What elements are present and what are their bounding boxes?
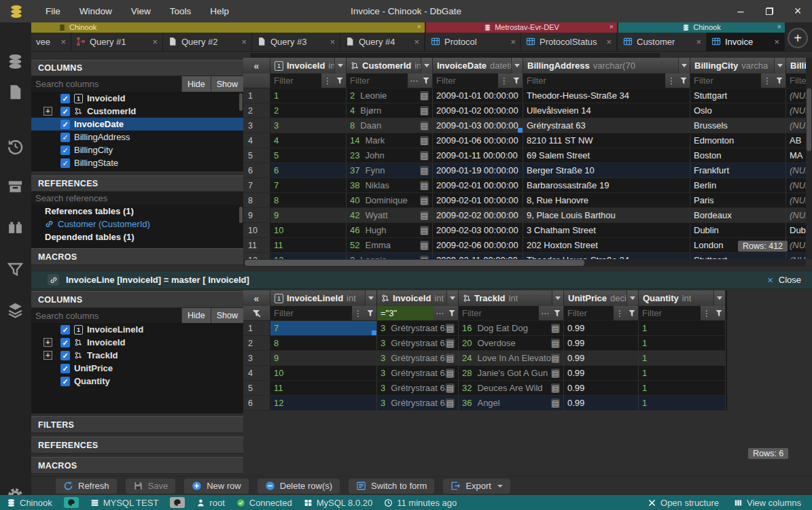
expander-icon[interactable]: + [43, 338, 52, 347]
cell-CustomerId[interactable]: 2Leonie▤ [347, 88, 433, 103]
filter-menu-icon[interactable]: ⋮ [498, 73, 510, 88]
panel-header-macros[interactable]: MACROS [31, 248, 243, 265]
column-header-TrackId[interactable]: TrackIdint [459, 290, 564, 306]
cell-InvoiceLineId[interactable]: 9 [270, 351, 377, 366]
cell-Quantity[interactable]: 1 [639, 321, 726, 336]
filter-funnel-icon[interactable] [420, 73, 432, 88]
cell-InvoiceId[interactable]: 3 [270, 118, 347, 133]
cell-CustomerId[interactable]: 8Daan▤ [347, 118, 433, 133]
document-preview-icon[interactable]: ▤ [446, 339, 455, 348]
row-number[interactable]: 6 [243, 396, 270, 411]
row-number[interactable]: 4 [243, 133, 270, 148]
close-tab-icon[interactable]: × [414, 37, 419, 47]
column-item-billingaddress[interactable]: ✓BillingAddress [31, 131, 243, 143]
tab-group-header[interactable]: Metrostav-Evr-DEV× [426, 22, 617, 33]
filter-input-InvoiceId[interactable] [377, 306, 434, 320]
column-menu-chevron-icon[interactable] [552, 290, 563, 306]
cell-InvoiceLineId[interactable]: 8 [270, 336, 377, 351]
cell-InvoiceDate[interactable]: 2009-02-11 00:00:00 [433, 253, 523, 259]
tab-scrollbar[interactable] [250, 53, 660, 58]
filter-input-InvoiceLineId[interactable] [270, 306, 352, 320]
cell-InvoiceId[interactable]: 2 [270, 103, 347, 118]
filter-input-InvoiceDate[interactable] [433, 73, 498, 88]
show-button[interactable]: Show [211, 308, 243, 323]
checkbox-checked[interactable]: ✓ [60, 377, 70, 386]
cell-CustomerId[interactable]: 40Dominique▤ [347, 193, 433, 208]
cell-BillingAddress[interactable]: Ullevålsveien 14 [523, 103, 690, 118]
cell-InvoiceDate[interactable]: 2009-01-03 00:00:00 [433, 118, 523, 133]
close-reference-button[interactable]: ×Close [768, 275, 801, 286]
new-tab-button[interactable]: + [788, 28, 808, 48]
save-button[interactable]: Save [126, 479, 176, 494]
cell-CustomerId[interactable]: 52Emma▤ [347, 238, 433, 253]
menu-view[interactable]: View [122, 0, 160, 22]
column-header-UnitPrice[interactable]: UnitPricedecim [564, 290, 639, 306]
checkbox-checked[interactable]: ✓ [60, 351, 70, 360]
cell-TrackId[interactable]: 20Overdose▤ [459, 336, 564, 351]
tab-vee[interactable]: vee× [31, 33, 71, 51]
cell-CustomerId[interactable]: 14Mark▤ [347, 133, 433, 148]
connected-status-item[interactable]: Connected [236, 498, 292, 508]
cell-BillingAddress[interactable]: 69 Salem Street [523, 148, 690, 163]
row-number[interactable]: 3 [243, 351, 270, 366]
column-item-invoicedate[interactable]: ✓InvoiceDate [31, 118, 243, 131]
close-tab-icon[interactable]: × [152, 37, 158, 47]
cell-InvoiceLineId[interactable]: 7 [270, 321, 377, 336]
minimize-icon[interactable]: – [726, 0, 755, 22]
cell-InvoiceDate[interactable]: 2009-02-06 00:00:00 [433, 238, 523, 253]
reference-link-customer[interactable]: Customer (CustomerId) [31, 218, 243, 231]
search-columns-input[interactable] [31, 308, 181, 323]
document-preview-icon[interactable]: ▤ [551, 354, 560, 363]
column-menu-chevron-icon[interactable] [511, 58, 523, 73]
document-preview-icon[interactable]: ▤ [446, 324, 455, 333]
cell-CustomerId[interactable]: 37Fynn▤ [347, 163, 433, 178]
checkbox-checked[interactable]: ✓ [60, 325, 70, 335]
filter-funnel-icon[interactable] [364, 306, 376, 320]
row-number[interactable]: 9 [243, 208, 270, 223]
switch-to-form-button[interactable]: Switch to form [349, 479, 434, 494]
cell-InvoiceId[interactable]: 1 [270, 88, 347, 103]
sidebar-plugins-icon[interactable] [7, 219, 24, 236]
checkbox-checked[interactable]: ✓ [60, 94, 70, 103]
sidebar-layers-icon[interactable] [7, 301, 24, 318]
close-group-icon[interactable]: × [417, 22, 421, 31]
cell-BillingAddress[interactable]: 9, Place Louis Barthou [523, 208, 690, 223]
document-preview-icon[interactable]: ▤ [420, 241, 429, 250]
filter-input-Quantity[interactable] [639, 306, 701, 320]
row-number[interactable]: 2 [243, 336, 270, 351]
document-preview-icon[interactable]: ▤ [551, 339, 560, 348]
connection-color-swatch[interactable] [170, 497, 185, 508]
cell-CustomerId[interactable]: 46Hugh▤ [347, 223, 433, 238]
close-tab-icon[interactable]: × [774, 37, 779, 47]
cell-Quantity[interactable]: 1 [639, 396, 726, 411]
cell-BillingAddress[interactable]: 3 Chatham Street [523, 223, 690, 238]
document-preview-icon[interactable]: ▤ [420, 166, 429, 175]
checkbox-checked[interactable]: ✓ [60, 158, 70, 168]
panel-header-filters[interactable]: FILTERS [31, 416, 243, 433]
cell-BillingState[interactable]: MA [786, 148, 806, 163]
row-number[interactable]: 5 [243, 381, 270, 396]
scrollbar-thumb[interactable] [807, 88, 811, 151]
show-button[interactable]: Show [211, 76, 243, 92]
cell-CustomerId[interactable]: 38Niklas▤ [347, 178, 433, 193]
sidebar-history-icon[interactable] [7, 138, 24, 155]
cell-Quantity[interactable]: 1 [639, 351, 726, 366]
column-item-invoiceid[interactable]: ✓1InvoiceId [31, 92, 243, 105]
close-tab-icon[interactable]: × [606, 37, 612, 47]
cell-InvoiceId[interactable]: 8 [270, 193, 347, 208]
column-item-unitprice[interactable]: ✓UnitPrice [31, 362, 243, 375]
close-tab-icon[interactable]: × [60, 37, 66, 47]
cell-BillingCity[interactable]: Edmonton [690, 133, 786, 148]
cell-InvoiceId[interactable]: 10 [270, 223, 347, 238]
document-preview-icon[interactable]: ▤ [420, 196, 429, 205]
column-item-invoiceid[interactable]: +✓InvoiceId [31, 336, 243, 349]
filter-funnel-icon[interactable] [773, 73, 785, 88]
cell-BillingState[interactable]: (NULL) [786, 103, 806, 118]
expander-icon[interactable]: + [43, 107, 52, 116]
cell-BillingAddress[interactable]: Barbarossastraße 19 [523, 178, 690, 193]
column-menu-chevron-icon[interactable] [365, 290, 376, 306]
close-tab-icon[interactable]: × [330, 37, 335, 47]
cell-BillingState[interactable]: Dublin [786, 223, 806, 238]
cell-TrackId[interactable]: 32Deuces Are Wild▤ [459, 381, 564, 396]
refresh-button[interactable]: Refresh [56, 479, 117, 494]
